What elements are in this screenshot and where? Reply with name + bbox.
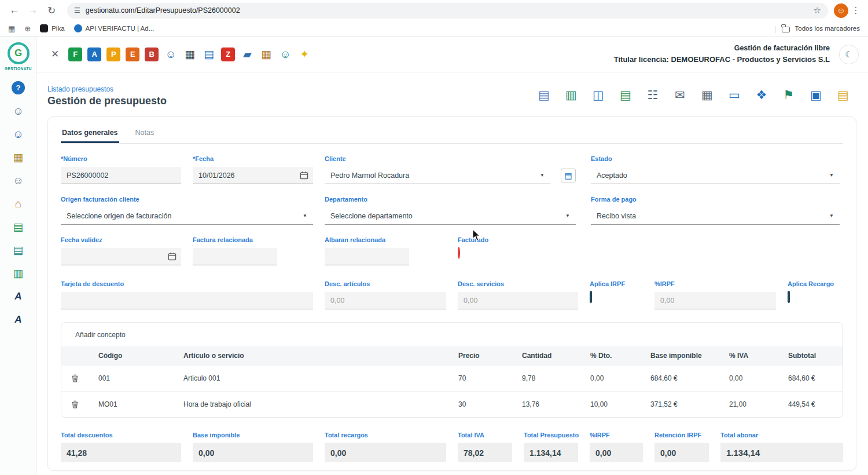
cell-dto[interactable]: 0,00 — [583, 374, 643, 382]
receipt-icon[interactable]: ▦ — [700, 87, 715, 103]
truck-icon[interactable]: ▰ — [240, 48, 254, 61]
cell-precio[interactable]: 70 — [451, 374, 515, 382]
user-wrench-icon[interactable]: ☺ — [12, 174, 25, 187]
doc-orange-icon[interactable]: E — [126, 48, 139, 61]
cell-articulo[interactable]: Articulo 001 — [176, 374, 451, 382]
cell-cantidad[interactable]: 9,78 — [515, 374, 583, 382]
duplicate-icon[interactable]: ▤ — [536, 87, 551, 103]
back-icon[interactable]: ← — [6, 2, 23, 19]
cell-dto[interactable]: 10,00 — [583, 400, 643, 408]
chart-icon[interactable]: ▥ — [564, 87, 579, 103]
total-iva-label: Total IVA — [458, 432, 512, 439]
save-icon[interactable]: ▣ — [808, 87, 823, 103]
cell-codigo[interactable]: MO01 — [91, 400, 176, 408]
forma-pago-select[interactable]: Recibo vista ▼ — [591, 207, 840, 225]
help-icon[interactable]: ? — [12, 81, 25, 94]
user-add-icon[interactable]: ☺ — [12, 127, 25, 141]
url-bar[interactable]: ☰ gestionatu.com/EditarPresupuesto/PS260… — [67, 3, 828, 19]
bookmark-pika[interactable]: Pika — [40, 24, 64, 32]
client-lookup-button[interactable]: ▤ — [561, 169, 576, 182]
user-gear-icon[interactable]: ☺ — [12, 104, 25, 118]
workflow-icon[interactable]: ❖ — [754, 87, 769, 103]
aplica-irpf-checkbox[interactable] — [590, 291, 592, 303]
apps-grid-icon[interactable]: ▦ — [8, 24, 15, 33]
calculator-icon[interactable]: ▦ — [183, 48, 197, 61]
doc-red-icon[interactable]: ▤ — [12, 243, 25, 257]
gestionatu-logo[interactable]: G — [8, 42, 30, 64]
magic-wand-icon[interactable]: ✦ — [297, 48, 311, 61]
reload-icon[interactable]: ↻ — [43, 2, 60, 19]
calendar-icon[interactable] — [300, 171, 308, 180]
note-icon[interactable]: ▤ — [836, 87, 851, 103]
invoice-blue-icon[interactable]: ▤ — [202, 48, 216, 61]
tab-notas[interactable]: Notas — [134, 124, 156, 143]
print-copies-icon[interactable]: ☷ — [645, 87, 660, 103]
fecha-input[interactable] — [193, 167, 313, 184]
numero-input[interactable] — [61, 167, 181, 184]
image-icon[interactable]: ◫ — [591, 87, 606, 103]
dark-mode-toggle[interactable]: ☾ — [839, 45, 859, 64]
field-estado: Estado Aceptado ▼ — [591, 155, 840, 184]
chart-bars-icon[interactable]: ▥ — [12, 266, 25, 280]
doc-blue-icon[interactable]: A — [87, 48, 101, 61]
fecha-validez-input[interactable] — [61, 248, 181, 265]
globe-icon[interactable]: ⊕ — [24, 24, 31, 33]
users-icon[interactable]: ☺ — [278, 48, 292, 61]
doc-yellow-icon[interactable]: P — [106, 48, 120, 61]
forward-icon[interactable]: → — [24, 2, 42, 19]
pdf-red-icon[interactable]: Z — [221, 48, 235, 61]
retencion-irpf-value: 0,00 — [654, 443, 709, 462]
breadcrumb[interactable]: Listado presupuestos — [47, 85, 167, 93]
brand-a2-icon[interactable]: A — [12, 313, 25, 326]
cell-precio[interactable]: 30 — [451, 400, 515, 408]
departamento-select[interactable]: Seleccione departamento ▼ — [325, 207, 576, 225]
cash-doc-icon[interactable]: ▤ — [12, 220, 25, 233]
aplica-recargo-checkbox[interactable] — [788, 291, 790, 303]
table-row: 001 Articulo 001 70 9,78 0,00 684,60 € 0… — [61, 365, 843, 391]
calendar-icon[interactable]: ▦ — [259, 48, 273, 61]
profile-avatar[interactable]: ☺ — [834, 3, 848, 18]
add-concept-button[interactable]: Añadir concepto — [75, 331, 126, 339]
cell-cantidad[interactable]: 13,76 — [515, 400, 583, 408]
cell-articulo[interactable]: Hora de trabajo oficial — [176, 400, 451, 408]
bank-icon[interactable]: ⌂ — [12, 197, 25, 210]
flag-icon[interactable]: ⚑ — [781, 87, 796, 103]
spreadsheet-icon[interactable]: ▤ — [618, 87, 633, 103]
bookmark-api-verifactu[interactable]: API VERIFACTU | Ad... — [74, 24, 155, 32]
total-presupuesto-value: 1.134,14 — [524, 443, 578, 462]
site-settings-icon[interactable]: ☰ — [74, 6, 80, 14]
cliente-select[interactable]: Pedro Marmol Rocadura ▼ — [325, 167, 550, 184]
grid-red-icon[interactable]: B — [145, 48, 159, 61]
all-bookmarks-label[interactable]: Todos los marcadores — [795, 25, 860, 32]
delete-icon[interactable] — [71, 400, 79, 409]
retencion-irpf-label: Retención IRPF — [654, 432, 709, 439]
desc-servicios-input[interactable] — [458, 292, 578, 309]
cell-iva[interactable]: 21,00 — [722, 400, 781, 408]
delete-icon[interactable] — [71, 374, 79, 383]
bookmark-star-icon[interactable]: ☆ — [814, 5, 821, 16]
license-line2: Titular licencia: DEMOEUROFAC - Producto… — [614, 54, 830, 65]
license-info: Gestión de facturación libre Titular lic… — [614, 43, 830, 65]
estado-select[interactable]: Aceptado ▼ — [591, 167, 840, 184]
albaran-relacionada-input[interactable] — [325, 248, 409, 265]
cell-iva[interactable]: 0,00 — [722, 374, 781, 382]
col-iva: % IVA — [722, 352, 781, 360]
browser-menu-icon[interactable]: ⋮ — [849, 5, 862, 16]
url-text[interactable]: gestionatu.com/EditarPresupuesto/PS26000… — [86, 6, 808, 14]
doc-green-icon[interactable]: F — [68, 48, 82, 61]
desc-articulos-input[interactable] — [325, 292, 446, 309]
brand-a-icon[interactable]: A — [12, 290, 25, 303]
tab-datos-generales[interactable]: Datos generales — [61, 124, 119, 143]
user-config-icon[interactable]: ☺ — [164, 48, 178, 61]
payment-card-icon[interactable]: ▭ — [727, 87, 742, 103]
origen-select[interactable]: Seleccione origen de facturación ▼ — [61, 207, 313, 225]
calendar-icon[interactable]: ▦ — [12, 151, 25, 164]
cell-codigo[interactable]: 001 — [91, 374, 176, 382]
factura-relacionada-input[interactable] — [193, 248, 277, 265]
calendar-icon[interactable] — [168, 252, 176, 261]
tarjeta-descuento-input[interactable] — [61, 292, 313, 309]
sidebar: G GESTIONATU ?☺☺▦☺⌂▤▤▥AA — [0, 36, 37, 475]
close-icon[interactable]: ✕ — [51, 48, 59, 60]
email-icon[interactable]: ✉ — [672, 87, 687, 103]
pct-irpf-input[interactable] — [654, 292, 776, 309]
